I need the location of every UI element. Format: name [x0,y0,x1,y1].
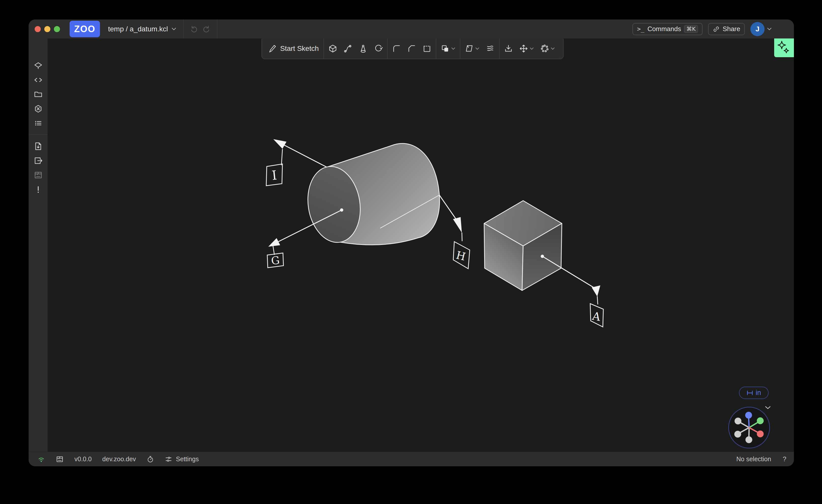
project-menu-button[interactable]: temp / a_datum.kcl [108,25,176,33]
terminal-prompt-icon: >_ [637,26,644,33]
transform-button[interactable] [519,44,534,53]
gizmo-neg-y-handle[interactable] [735,418,742,425]
cube-solid[interactable] [484,201,562,291]
sidebar-item-feature-tree[interactable] [33,60,44,71]
sidebar-item-print[interactable] [33,169,44,181]
gizmo-neg-z-handle[interactable] [746,436,752,443]
datum-tag-H[interactable]: H [439,195,470,269]
text-to-cad-button[interactable] [774,38,794,57]
shell-button[interactable] [423,44,431,53]
printer-icon [34,170,43,180]
chevron-down-icon [530,47,534,50]
revolve-button[interactable] [374,44,383,53]
app-window: I G H [29,19,794,466]
printer-icon[interactable] [56,455,64,463]
sweep-button[interactable] [344,44,352,53]
variables-icon [34,104,43,113]
chevron-down-icon [767,28,772,30]
exclamation-icon [34,185,43,194]
titlebar-divider [217,19,218,38]
titlebar-divider [183,19,184,38]
plane-button[interactable] [465,44,479,53]
sidebar-item-kcl-code[interactable] [33,74,44,85]
datum-H-label: H [455,249,467,263]
cylinder-solid[interactable] [303,143,440,246]
gizmo-z-handle[interactable] [745,412,752,419]
file-export-icon [34,156,43,165]
toolbar-separator [324,38,324,59]
gizmo-neg-x-handle[interactable] [735,431,741,438]
zoo-logo[interactable]: ZOO [70,21,100,37]
network-status-icon[interactable] [37,456,45,463]
datum-I-stem [282,149,283,165]
move-icon [519,44,528,53]
link-icon [713,26,720,33]
chevron-down-icon [765,406,771,410]
settings-button[interactable]: Settings [165,455,199,463]
user-menu-button[interactable]: J [750,22,772,36]
help-button[interactable]: ? [783,455,786,463]
commands-label: Commands [648,25,681,33]
undo-icon [189,25,198,33]
zoom-window-button[interactable] [54,26,60,32]
feature-tree-icon [34,61,43,70]
measurement-icon [747,390,753,396]
chevron-down-icon [451,47,455,50]
folder-icon [34,90,43,99]
sidebar-item-export[interactable] [33,155,44,166]
list-icon [34,119,43,128]
breadcrumb: temp / a_datum.kcl [108,25,168,33]
start-sketch-button[interactable]: Start Sketch [268,44,319,53]
datum-A-label: A [591,309,602,323]
sidebar-item-logs[interactable] [33,118,44,129]
modeling-viewport[interactable]: I G H [48,38,794,452]
scene-canvas[interactable]: I G H [48,38,794,452]
units-label: in [756,389,761,397]
chamfer-icon [407,44,416,53]
undo-button[interactable] [189,25,198,33]
gizmo-y-handle[interactable] [757,418,764,424]
gizmo-menu-button[interactable] [765,406,771,410]
commands-button[interactable]: >_ Commands ⌘K [633,23,702,35]
close-window-button[interactable] [35,26,41,32]
sidebar-item-variables[interactable] [33,103,44,114]
share-button[interactable]: Share [708,23,745,35]
point-cloud-button[interactable] [540,44,555,53]
datum-G-arrowhead [268,238,280,247]
pen-icon [268,44,277,53]
gizmo-x-handle[interactable] [757,431,764,438]
avatar-initial: J [755,25,760,33]
insert-button[interactable] [504,44,513,53]
sidebar-item-issues[interactable] [33,184,44,195]
toolbar-separator [460,38,460,59]
file-import-icon [34,142,43,151]
boolean-button[interactable] [441,44,455,53]
datum-H-arrowhead [453,217,462,233]
revolve-icon [374,44,383,53]
chevron-down-icon [171,28,176,30]
fillet-button[interactable] [392,44,401,53]
units-indicator[interactable]: in [739,387,769,399]
loft-icon [359,44,368,53]
sidebar-item-import[interactable] [33,141,44,152]
environment-label[interactable]: dev.zoo.dev [102,455,136,463]
avatar: J [750,22,765,36]
orientation-gizmo[interactable] [729,407,770,448]
redo-icon [202,25,211,33]
stopwatch-icon[interactable] [146,455,154,463]
start-sketch-label: Start Sketch [280,45,319,53]
chamfer-button[interactable] [407,44,416,53]
datum-A-stem [597,297,598,304]
sweep-icon [344,44,352,53]
toolbar-separator [387,38,388,59]
redo-button[interactable] [202,25,211,33]
extrude-button[interactable] [329,44,337,53]
minimize-window-button[interactable] [44,26,50,32]
left-sidebar [29,38,48,452]
loft-button[interactable] [359,44,368,53]
code-icon [34,75,43,84]
shell-icon [423,44,431,53]
helix-button[interactable] [486,44,494,53]
sidebar-item-project-files[interactable] [33,89,44,100]
sliders-icon [165,455,172,463]
